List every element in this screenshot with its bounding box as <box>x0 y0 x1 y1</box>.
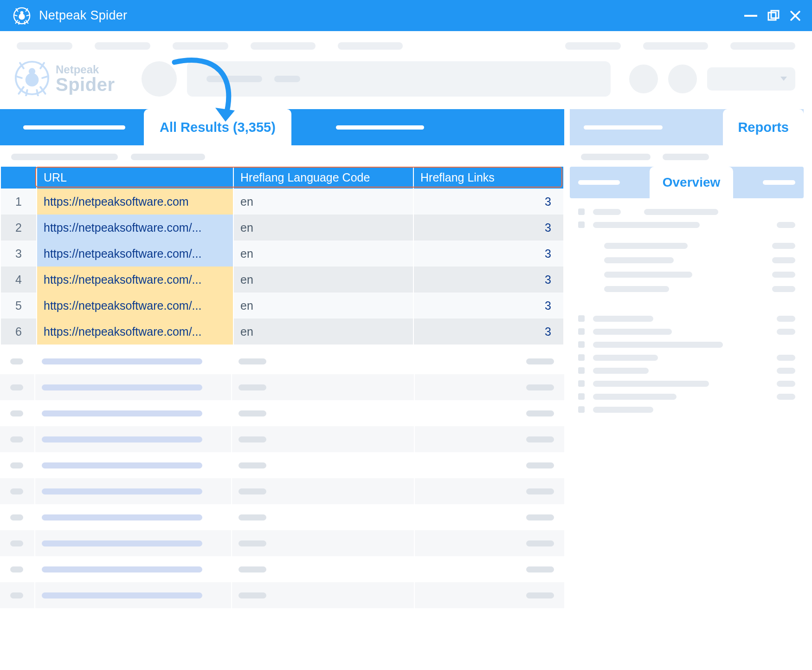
row-links[interactable]: 3 <box>414 267 563 293</box>
toolbar: Netpeak Spider <box>0 50 812 109</box>
window-controls <box>744 10 801 22</box>
table-row-placeholder <box>0 556 564 582</box>
logo-line2: Spider <box>56 75 115 94</box>
table-row[interactable]: 5https://netpeaksoftware.com/...en3 <box>1 293 563 319</box>
row-url[interactable]: https://netpeaksoftware.com/... <box>37 215 233 241</box>
app-spider-icon <box>13 7 31 25</box>
table-row-placeholder <box>0 400 564 426</box>
table-row-placeholder <box>0 530 564 556</box>
row-url[interactable]: https://netpeaksoftware.com/... <box>37 293 233 319</box>
filter-pills-placeholder <box>0 145 564 167</box>
col-url[interactable]: URL <box>37 167 233 189</box>
results-placeholder-rows <box>0 345 564 608</box>
table-row-placeholder <box>0 452 564 478</box>
tab-overview[interactable]: Overview <box>650 167 734 198</box>
toolbar-circle-1[interactable] <box>629 65 658 93</box>
toolbar-dropdown-placeholder[interactable] <box>707 67 795 91</box>
table-row-placeholder <box>0 426 564 452</box>
side-sub-pills <box>570 145 804 167</box>
col-hreflang-links[interactable]: Hreflang Links <box>414 167 563 189</box>
row-index: 4 <box>1 267 36 293</box>
svg-point-7 <box>29 68 35 75</box>
overview-tabs: Overview <box>570 167 804 198</box>
tab-all-results[interactable]: All Results (3,355) <box>144 109 291 145</box>
side-tabs: Reports <box>570 109 804 145</box>
table-header-row: URL Hreflang Language Code Hreflang Link… <box>1 167 563 189</box>
table-row[interactable]: 1https://netpeaksoftware.comen3 <box>1 189 563 215</box>
row-links[interactable]: 3 <box>414 293 563 319</box>
svg-point-1 <box>19 13 25 20</box>
main-panel: All Results (3,355) URL Hreflang Languag… <box>0 109 564 669</box>
minimize-icon[interactable] <box>744 15 757 17</box>
titlebar: Netpeak Spider <box>0 0 812 31</box>
table-row-placeholder <box>0 374 564 400</box>
row-index: 5 <box>1 293 36 319</box>
table-row-placeholder <box>0 478 564 504</box>
row-url[interactable]: https://netpeaksoftware.com/... <box>37 241 233 267</box>
top-menu-placeholder <box>0 31 812 50</box>
action-circle-placeholder[interactable] <box>142 61 177 97</box>
side-panel: Reports Overview <box>570 109 812 669</box>
row-lang: en <box>234 189 413 215</box>
table-row[interactable]: 2https://netpeaksoftware.com/...en3 <box>1 215 563 241</box>
app-logo: Netpeak Spider <box>14 60 115 98</box>
row-lang: en <box>234 241 413 267</box>
table-row[interactable]: 6https://netpeaksoftware.com/...en3 <box>1 319 563 345</box>
row-links[interactable]: 3 <box>414 319 563 345</box>
spider-watermark-icon <box>14 60 50 98</box>
main-tabs: All Results (3,355) <box>0 109 564 145</box>
row-index: 2 <box>1 215 36 241</box>
url-input-placeholder[interactable] <box>142 61 611 97</box>
table-row[interactable]: 3https://netpeaksoftware.com/...en3 <box>1 241 563 267</box>
table-row[interactable]: 4https://netpeaksoftware.com/...en3 <box>1 267 563 293</box>
row-index: 3 <box>1 241 36 267</box>
logo-line1: Netpeak <box>56 64 115 75</box>
row-url[interactable]: https://netpeaksoftware.com/... <box>37 267 233 293</box>
svg-rect-4 <box>771 11 779 18</box>
svg-point-2 <box>20 11 24 14</box>
row-url[interactable]: https://netpeaksoftware.com/... <box>37 319 233 345</box>
row-lang: en <box>234 267 413 293</box>
row-index: 6 <box>1 319 36 345</box>
row-links[interactable]: 3 <box>414 215 563 241</box>
row-links[interactable]: 3 <box>414 189 563 215</box>
toolbar-circle-2[interactable] <box>668 65 697 93</box>
row-lang: en <box>234 319 413 345</box>
col-hreflang-lang[interactable]: Hreflang Language Code <box>234 167 413 189</box>
app-title: Netpeak Spider <box>39 8 127 23</box>
overview-content-placeholder <box>570 198 804 413</box>
row-lang: en <box>234 215 413 241</box>
row-index: 1 <box>1 189 36 215</box>
tab-reports[interactable]: Reports <box>723 109 804 145</box>
table-row-placeholder <box>0 348 564 374</box>
row-url[interactable]: https://netpeaksoftware.com <box>37 189 233 215</box>
maximize-icon[interactable] <box>767 10 780 22</box>
table-row-placeholder <box>0 582 564 608</box>
table-row-placeholder <box>0 504 564 530</box>
row-lang: en <box>234 293 413 319</box>
svg-rect-3 <box>768 13 776 20</box>
results-table[interactable]: URL Hreflang Language Code Hreflang Link… <box>0 167 564 345</box>
close-icon[interactable] <box>790 10 801 21</box>
col-index[interactable] <box>1 167 36 189</box>
svg-point-6 <box>26 73 39 87</box>
results-table-wrap: URL Hreflang Language Code Hreflang Link… <box>0 167 564 608</box>
row-links[interactable]: 3 <box>414 241 563 267</box>
